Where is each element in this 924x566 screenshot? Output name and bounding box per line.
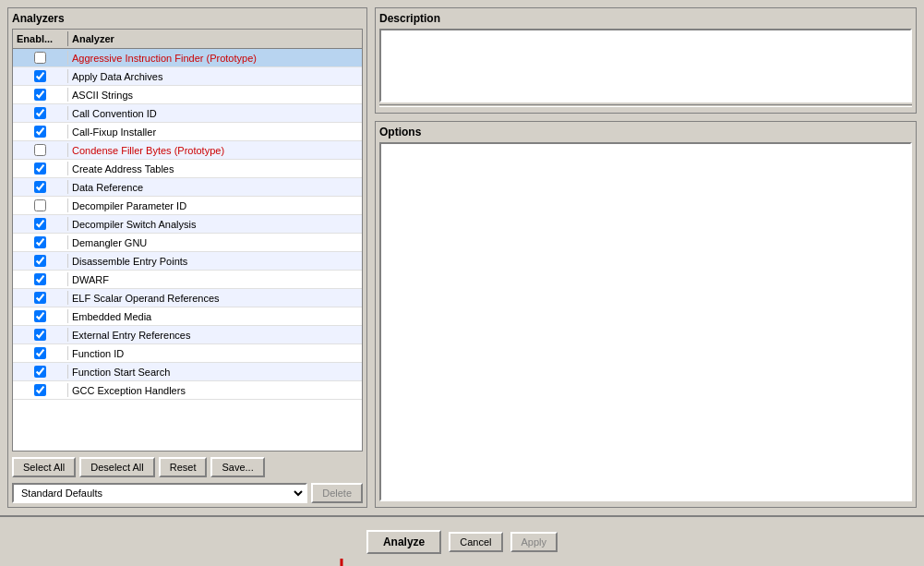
description-title: Description	[379, 12, 912, 25]
analyzer-checkbox[interactable]	[34, 236, 46, 248]
arrow-indicator	[314, 559, 369, 566]
preset-dropdown[interactable]: Standard Defaults	[12, 483, 307, 503]
table-header: Enabl... Analyzer	[13, 30, 362, 49]
analyzer-checkbox[interactable]	[34, 107, 46, 119]
table-row[interactable]: ELF Scalar Operand References	[13, 289, 362, 307]
select-all-button[interactable]: Select All	[12, 457, 76, 477]
cell-enabled	[13, 309, 68, 323]
analyzer-name: Call-Fixup Installer	[68, 126, 362, 138]
table-row[interactable]: Create Address Tables	[13, 160, 362, 178]
analyzer-checkbox[interactable]	[34, 347, 46, 359]
analyzer-name: Function Start Search	[68, 366, 362, 379]
analyze-button[interactable]: Analyze	[366, 530, 441, 554]
table-row[interactable]: Decompiler Switch Analysis	[13, 215, 362, 234]
analyzer-checkbox[interactable]	[34, 366, 46, 378]
analyzers-title: Analyzers	[12, 12, 363, 25]
cancel-button[interactable]: Cancel	[449, 532, 502, 552]
description-section: Description	[375, 7, 917, 114]
bottom-bar: Analyze Cancel Apply	[0, 515, 924, 566]
cell-enabled	[13, 383, 68, 397]
options-inner	[379, 142, 912, 501]
analyzer-checkbox[interactable]	[34, 273, 46, 285]
cell-enabled	[13, 217, 68, 231]
cell-enabled	[13, 162, 68, 175]
cell-enabled	[13, 365, 68, 379]
analyzer-checkbox[interactable]	[34, 218, 46, 230]
table-row[interactable]: Function ID	[13, 344, 362, 363]
analyzer-checkbox[interactable]	[34, 292, 46, 304]
col-header-enabled: Enabl...	[13, 31, 68, 46]
analyzer-name: Apply Data Archives	[68, 70, 362, 83]
analyzer-checkbox[interactable]	[34, 199, 46, 211]
analyzer-checkbox[interactable]	[34, 255, 46, 267]
cell-enabled	[13, 143, 68, 157]
description-textarea[interactable]	[379, 29, 912, 102]
divider	[379, 104, 912, 107]
analyzer-name: Call Convention ID	[68, 107, 362, 120]
analyzer-name: Create Address Tables	[68, 163, 362, 175]
analyzer-checkbox[interactable]	[34, 144, 46, 156]
action-buttons: Select All Deselect All Reset Save...	[12, 457, 363, 477]
cell-enabled	[13, 291, 68, 305]
cell-enabled	[13, 106, 68, 120]
analyzer-checkbox[interactable]	[34, 329, 46, 341]
delete-button[interactable]: Delete	[311, 483, 363, 503]
analyzer-name: DWARF	[68, 273, 362, 286]
analyzers-table: Enabl... Analyzer Aggressive Instruction…	[12, 29, 363, 452]
analyzer-checkbox[interactable]	[34, 181, 46, 193]
options-title: Options	[379, 126, 912, 138]
analyzer-checkbox[interactable]	[34, 70, 46, 82]
cell-enabled	[13, 235, 68, 249]
cell-enabled	[13, 69, 68, 83]
options-section: Options	[375, 121, 917, 508]
table-row[interactable]: GCC Exception Handlers	[13, 381, 362, 400]
cell-enabled	[13, 88, 68, 102]
table-row[interactable]: External Entry References	[13, 326, 362, 344]
table-row[interactable]: Apply Data Archives	[13, 67, 362, 86]
cell-enabled	[13, 51, 68, 65]
table-row[interactable]: Aggressive Instruction Finder (Prototype…	[13, 49, 362, 67]
cell-enabled	[13, 125, 68, 138]
analyzer-name: External Entry References	[68, 329, 362, 342]
cell-enabled	[13, 180, 68, 194]
analyzer-name: Data Reference	[68, 181, 362, 194]
analyzer-checkbox[interactable]	[34, 89, 46, 101]
analyzer-checkbox[interactable]	[34, 310, 46, 322]
table-row[interactable]: Condense Filler Bytes (Prototype)	[13, 141, 362, 160]
table-row[interactable]: Function Start Search	[13, 363, 362, 381]
analyzer-checkbox[interactable]	[34, 384, 46, 396]
left-panel: Analyzers Enabl... Analyzer Aggressive I…	[7, 7, 367, 508]
analyzer-name: Decompiler Parameter ID	[68, 199, 362, 212]
analyzer-checkbox[interactable]	[34, 163, 46, 175]
cell-enabled	[13, 199, 68, 212]
save-button[interactable]: Save...	[210, 457, 264, 477]
analyzer-name: GCC Exception Handlers	[68, 384, 362, 397]
apply-button[interactable]: Apply	[510, 532, 558, 552]
preset-row: Standard Defaults Delete	[12, 483, 363, 503]
table-body[interactable]: Aggressive Instruction Finder (Prototype…	[13, 49, 362, 451]
col-header-analyzer: Analyzer	[68, 31, 362, 46]
analyzer-checkbox[interactable]	[34, 126, 46, 138]
table-row[interactable]: ASCII Strings	[13, 86, 362, 104]
analyzer-name: Disassemble Entry Points	[68, 255, 362, 268]
cell-enabled	[13, 254, 68, 268]
table-row[interactable]: Call Convention ID	[13, 104, 362, 123]
table-row[interactable]: Decompiler Parameter ID	[13, 197, 362, 215]
analyzer-checkbox[interactable]	[34, 52, 46, 64]
table-row[interactable]: Embedded Media	[13, 307, 362, 326]
table-row[interactable]: Call-Fixup Installer	[13, 123, 362, 141]
reset-button[interactable]: Reset	[159, 457, 208, 477]
cell-enabled	[13, 346, 68, 360]
analyzer-name: Embedded Media	[68, 310, 362, 323]
deselect-all-button[interactable]: Deselect All	[79, 457, 154, 477]
cell-enabled	[13, 328, 68, 342]
cell-enabled	[13, 272, 68, 286]
table-row[interactable]: Demangler GNU	[13, 234, 362, 252]
table-row[interactable]: Disassemble Entry Points	[13, 252, 362, 271]
analyzer-name: ASCII Strings	[68, 89, 362, 102]
analyzer-name: ELF Scalar Operand References	[68, 292, 362, 305]
analyzer-name: Demangler GNU	[68, 236, 362, 249]
table-row[interactable]: DWARF	[13, 271, 362, 289]
right-panel: Description Options	[375, 7, 917, 508]
table-row[interactable]: Data Reference	[13, 178, 362, 197]
